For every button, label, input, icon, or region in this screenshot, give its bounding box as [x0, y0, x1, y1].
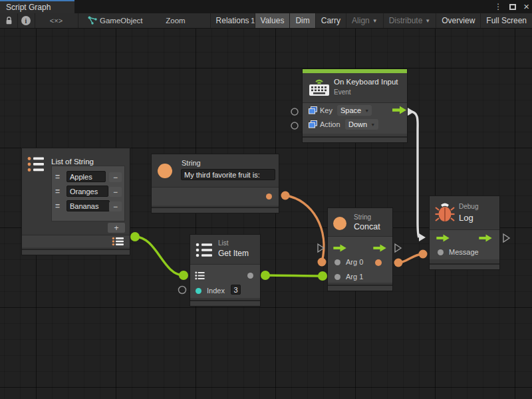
- list-item-row: = Oranges −: [53, 185, 124, 200]
- distribute-dropdown[interactable]: Distribute▼: [383, 13, 436, 28]
- index-port-dot[interactable]: [196, 288, 201, 294]
- node-title: Get Item: [218, 249, 249, 258]
- port-concat-arg0-input[interactable]: [318, 258, 327, 267]
- flow-arrow-icon: [392, 106, 407, 114]
- port-getitem-list-input[interactable]: [179, 271, 188, 280]
- flow-arrow-icon: [479, 234, 493, 242]
- key-dropdown[interactable]: Space ▼: [337, 105, 372, 116]
- port-concat-result-output[interactable]: [394, 259, 403, 267]
- port-concat-arg1-input[interactable]: [318, 271, 327, 281]
- result-output-dot[interactable]: [375, 259, 382, 266]
- list-item-field[interactable]: Oranges: [66, 186, 108, 197]
- tab-script-graph[interactable]: Script Graph: [0, 0, 74, 13]
- wire-list-to-getitem: [135, 237, 184, 275]
- caret-down-icon: ▼: [364, 108, 369, 113]
- message-port-dot[interactable]: [438, 249, 444, 255]
- key-label: Key: [320, 106, 332, 114]
- tab-bar: Script Graph ⋮ ×: [0, 0, 532, 13]
- node-debug-log[interactable]: Debug Log Message: [430, 196, 499, 269]
- carry-button[interactable]: Carry: [315, 13, 346, 28]
- node-on-keyboard-input[interactable]: On Keyboard Input Event Key Space ▼ Acti…: [303, 69, 407, 142]
- node-title: Concat: [354, 222, 380, 231]
- string-output-dot[interactable]: [266, 194, 272, 200]
- node-title: On Keyboard Input: [334, 78, 398, 86]
- remove-item-button[interactable]: −: [109, 201, 122, 211]
- port-log-message-input[interactable]: [419, 250, 428, 259]
- port-getitem-index-input[interactable]: [179, 287, 186, 294]
- zoom-label: Zoom: [164, 13, 188, 28]
- remove-item-button[interactable]: −: [109, 187, 122, 197]
- port-keyboard-trigger-output[interactable]: [408, 108, 414, 116]
- string-icon: [158, 164, 172, 178]
- list-editor: = Apples − = Oranges − = Bananas −: [51, 166, 125, 221]
- add-item-button[interactable]: +: [108, 223, 125, 233]
- drag-handle-icon[interactable]: =: [55, 201, 60, 211]
- graph-toolbar: i <×> GameObject Zoom 1x Relations Value…: [0, 13, 532, 29]
- graph-canvas[interactable]: On Keyboard Input Event Key Space ▼ Acti…: [0, 29, 532, 399]
- node-list-of-string[interactable]: List of String = Apples − = Oranges − = …: [22, 148, 130, 255]
- node-string-literal[interactable]: String My third favorite fruit is:: [152, 154, 279, 213]
- list-icon: [27, 156, 45, 173]
- arg1-label: Arg 1: [346, 273, 363, 281]
- close-icon[interactable]: ×: [523, 3, 529, 10]
- item-output-dot[interactable]: [247, 273, 253, 279]
- wire-concat-to-log: [398, 254, 423, 263]
- fullscreen-button[interactable]: Full Screen: [480, 13, 532, 28]
- node-footer-strip: [22, 249, 130, 255]
- code-icon: <×>: [50, 17, 63, 25]
- node-category: Debug: [459, 203, 478, 210]
- gameobject-label[interactable]: GameObject: [100, 13, 156, 28]
- remove-item-button[interactable]: −: [109, 172, 122, 182]
- arg0-port-dot[interactable]: [334, 259, 340, 265]
- info-button[interactable]: i: [17, 13, 35, 28]
- wire-keyboard-to-log: [411, 112, 419, 237]
- lock-button[interactable]: [0, 13, 17, 28]
- overview-button[interactable]: Overview: [436, 13, 480, 28]
- node-footer-strip: [430, 263, 499, 269]
- drag-handle-icon[interactable]: =: [55, 172, 60, 182]
- maximize-icon[interactable]: [509, 4, 516, 10]
- port-string-output[interactable]: [281, 192, 290, 200]
- port-log-trigger-output[interactable]: [503, 234, 509, 242]
- code-view-button[interactable]: <×>: [35, 13, 78, 28]
- node-footer-strip: [328, 285, 392, 291]
- list-item-field[interactable]: Apples: [66, 171, 106, 182]
- port-concat-trigger-output[interactable]: [395, 244, 401, 252]
- string-icon: [333, 217, 346, 230]
- list-output-icon: [112, 237, 125, 246]
- node-title: String: [182, 159, 201, 167]
- list-item-field[interactable]: Bananas: [66, 200, 110, 211]
- list-item-row: = Apples −: [53, 170, 124, 185]
- flow-arrow-icon: [333, 244, 347, 252]
- node-title: Log: [459, 213, 473, 223]
- align-dropdown[interactable]: Align▼: [346, 13, 383, 28]
- port-list-output[interactable]: [130, 232, 140, 241]
- relations-button[interactable]: Relations: [210, 13, 255, 28]
- port-concat-trigger-input[interactable]: [318, 244, 324, 252]
- flow-arrow-icon: [373, 244, 387, 252]
- window-controls: ⋮ ×: [494, 0, 529, 13]
- dim-button[interactable]: Dim: [289, 13, 315, 28]
- binding-icon: [309, 120, 317, 128]
- window-menu-icon[interactable]: ⋮: [494, 2, 502, 11]
- arg0-label: Arg 0: [346, 258, 363, 266]
- caret-down-icon: ▼: [425, 18, 430, 24]
- node-concat[interactable]: String Concat Arg 0 Arg 1: [328, 208, 392, 291]
- port-log-trigger-input[interactable]: [419, 233, 426, 241]
- port-keyboard-action-input[interactable]: [291, 122, 298, 129]
- arg1-port-dot[interactable]: [334, 274, 340, 280]
- string-value-field[interactable]: My third favorite fruit is:: [181, 169, 275, 180]
- action-dropdown[interactable]: Down ▼: [345, 119, 378, 130]
- unity-visual-scripting-window: { "tab": { "title": "Script Graph" }, "w…: [0, 0, 532, 399]
- wire-getitem-to-concat: [265, 275, 323, 276]
- port-getitem-output[interactable]: [261, 271, 270, 280]
- drag-handle-icon[interactable]: =: [55, 187, 60, 196]
- index-field[interactable]: 3: [231, 285, 241, 295]
- node-get-item[interactable]: List Get Item Index 3: [190, 235, 260, 306]
- values-button[interactable]: Values: [255, 13, 290, 28]
- port-keyboard-key-input[interactable]: [291, 108, 298, 115]
- bug-icon: [435, 201, 455, 223]
- node-category: List: [218, 239, 229, 247]
- caret-down-icon: ▼: [372, 18, 378, 24]
- flow-arrow-icon: [436, 234, 450, 242]
